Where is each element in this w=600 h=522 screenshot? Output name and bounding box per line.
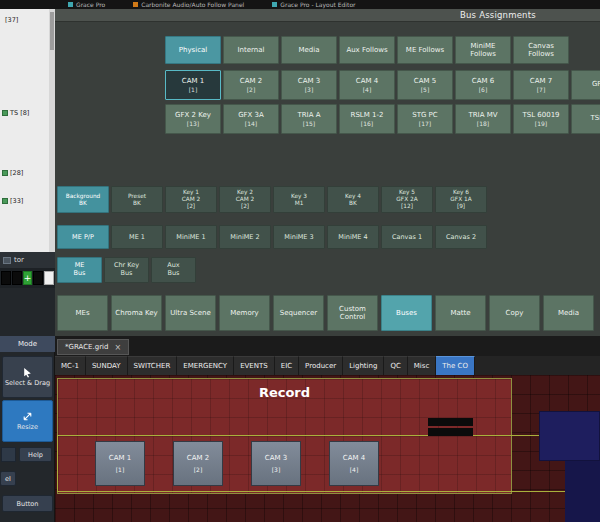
me-1-button[interactable]: ME 1	[111, 225, 163, 249]
tab-buses[interactable]: Buses	[381, 295, 432, 331]
select-drag-tool[interactable]: Select & Drag	[2, 356, 53, 398]
tab-media[interactable]: Media	[281, 36, 337, 64]
bus-key-3[interactable]: Key 3M1	[273, 186, 325, 213]
tab-memory[interactable]: Memory	[219, 295, 270, 331]
grid-navy-element-1[interactable]	[539, 411, 600, 461]
source-cam-1[interactable]: CAM 1[1]	[165, 70, 221, 100]
aux-bus-button[interactable]: AuxBus	[151, 257, 196, 283]
grid-button-cam-3[interactable]: CAM 3[3]	[251, 441, 301, 486]
page-tab-emergency[interactable]: EMERGENCY	[177, 356, 234, 375]
grid-button-cam-1[interactable]: CAM 1[1]	[95, 441, 145, 486]
source-num: [16]	[361, 121, 373, 128]
page-tab-qc[interactable]: QC	[384, 356, 407, 375]
tab-mes[interactable]: MEs	[57, 295, 108, 331]
source-cam-5[interactable]: CAM 5[5]	[397, 70, 453, 100]
tree-item[interactable]: [28]	[2, 169, 23, 177]
close-icon[interactable]: ×	[114, 343, 121, 352]
tab-aux-follows[interactable]: Aux Follows	[339, 36, 395, 64]
source-gfx-3a[interactable]: GFX 3A[14]	[223, 104, 279, 134]
add-button[interactable]: +	[23, 271, 33, 285]
minime-2-button[interactable]: MiniME 2	[219, 225, 271, 249]
page-tab-lighting[interactable]: Lighting	[343, 356, 384, 375]
toolbar-button-2[interactable]	[12, 271, 22, 285]
me-pp-button[interactable]: ME P/P	[57, 225, 109, 249]
grid-black-element-2[interactable]	[428, 428, 473, 436]
grid-navy-element-2[interactable]	[565, 461, 600, 522]
source-tria-mv[interactable]: TRIA MV[18]	[455, 104, 511, 134]
bus-key-1[interactable]: Key 1CAM 2[2]	[165, 186, 217, 213]
canvas-2-button[interactable]: Canvas 2	[435, 225, 487, 249]
bus-line1: Key 2	[237, 189, 253, 196]
grid-black-element-1[interactable]	[428, 418, 473, 426]
taskbar-item-layout-editor[interactable]: Grace Pro - Layout Editor	[272, 1, 355, 8]
source-name: TSL5	[590, 114, 600, 122]
tree-item[interactable]: [33]	[2, 197, 23, 205]
tab-canvas-follows[interactable]: Canvas Follows	[513, 36, 569, 64]
page-tab-events[interactable]: EVENTS	[234, 356, 275, 375]
minime-1-button[interactable]: MiniME 1	[165, 225, 217, 249]
page-tab-misc[interactable]: Misc	[408, 356, 436, 375]
tab-custom-control[interactable]: Custom Control	[327, 295, 378, 331]
tree-item[interactable]: TS [8]	[2, 109, 29, 117]
tab-media-section[interactable]: Media	[543, 295, 594, 331]
canvas-1-button[interactable]: Canvas 1	[381, 225, 433, 249]
tab-ultra-scene[interactable]: Ultra Scene	[165, 295, 216, 331]
chr-key-bus-button[interactable]: Chr KeyBus	[104, 257, 149, 283]
bus-key-4[interactable]: Key 4BK	[327, 186, 379, 213]
grid-button-cam-2[interactable]: CAM 2[2]	[173, 441, 223, 486]
grid-button-cam-4[interactable]: CAM 4[4]	[329, 441, 379, 486]
help-button[interactable]: Help	[19, 447, 52, 462]
page-tab-producer[interactable]: Producer	[299, 356, 343, 375]
source-cam-2[interactable]: CAM 2[2]	[223, 70, 279, 100]
taskbar-item-grace-pro[interactable]: Grace Pro	[68, 1, 105, 8]
tab-me-follows[interactable]: ME Follows	[397, 36, 453, 64]
source-tsl5-clipped[interactable]: TSL5	[571, 104, 600, 134]
toolbar-button-3[interactable]	[33, 271, 43, 285]
minime-3-button[interactable]: MiniME 3	[273, 225, 325, 249]
tab-matte[interactable]: Matte	[435, 295, 486, 331]
bus-key-5[interactable]: Key 5GFX 2A[12]	[381, 186, 433, 213]
tab-copy[interactable]: Copy	[489, 295, 540, 331]
bus-preset[interactable]: PresetBK	[111, 186, 163, 213]
taskbar-item-carbonite-panel[interactable]: Carbonite Audio/Auto Follow Panel	[133, 1, 244, 8]
tree-item[interactable]: [37]	[5, 16, 18, 24]
page-tab-mc-1[interactable]: MC-1	[55, 356, 86, 375]
scrollbar-thumb[interactable]	[50, 12, 54, 50]
minime-4-button[interactable]: MiniME 4	[327, 225, 379, 249]
toolbar-button-1[interactable]	[1, 271, 11, 285]
tab-internal[interactable]: Internal	[223, 36, 279, 64]
tab-minime-follows[interactable]: MiniME Follows	[455, 36, 511, 64]
tab-chroma-key[interactable]: Chroma Key	[111, 295, 162, 331]
tab-physical[interactable]: Physical	[165, 36, 221, 64]
tab-sequencer[interactable]: Sequencer	[273, 295, 324, 331]
source-cam-3[interactable]: CAM 3[3]	[281, 70, 337, 100]
source-cam-7[interactable]: CAM 7[7]	[513, 70, 569, 100]
panel-icon	[3, 257, 11, 264]
page-tab-sunday[interactable]: SUNDAY	[86, 356, 128, 375]
button-palette-item[interactable]: Button	[2, 495, 53, 512]
page-tab-eic[interactable]: EIC	[275, 356, 299, 375]
palette-icon[interactable]	[1, 447, 16, 462]
source-tria-a[interactable]: TRIA A[15]	[281, 104, 337, 134]
bus-background[interactable]: BackgroundBK	[57, 186, 109, 213]
source-gfx-2-key[interactable]: GFX 2 Key[13]	[165, 104, 221, 134]
me-bus-button[interactable]: MEBus	[57, 257, 102, 283]
toolbar-button-4[interactable]	[44, 271, 54, 285]
palette-item-partial[interactable]: el	[0, 471, 16, 486]
document-tab-grace-grid[interactable]: *GRACE.grid ×	[57, 339, 129, 355]
page-tab-the-co[interactable]: The CO	[436, 356, 475, 375]
source-cam-6[interactable]: CAM 6[6]	[455, 70, 511, 100]
source-gfx-clipped[interactable]: GFX	[571, 70, 600, 100]
panel-titlebar[interactable]: Bus Assignments	[55, 9, 600, 22]
page-tab-switcher[interactable]: SWITCHER	[128, 356, 178, 375]
source-cam-4[interactable]: CAM 4[4]	[339, 70, 395, 100]
source-tsl-60019[interactable]: TSL 60019[19]	[513, 104, 569, 134]
grid-button-name: CAM 3	[265, 454, 287, 462]
source-rslm-1-2[interactable]: RSLM 1-2[16]	[339, 104, 395, 134]
bus-key-2[interactable]: Key 2CAM 2[2]	[219, 186, 271, 213]
me-row: ME P/P ME 1 MiniME 1 MiniME 2 MiniME 3 M…	[57, 225, 487, 249]
resize-tool[interactable]: Resize	[2, 400, 53, 442]
layout-grid-canvas[interactable]: Record CAM 1[1] CAM 2[2] CAM 3[3] CAM 4[…	[55, 375, 600, 522]
bus-key-6[interactable]: Key 6GFX 1A[9]	[435, 186, 487, 213]
source-stg-pc[interactable]: STG PC[17]	[397, 104, 453, 134]
